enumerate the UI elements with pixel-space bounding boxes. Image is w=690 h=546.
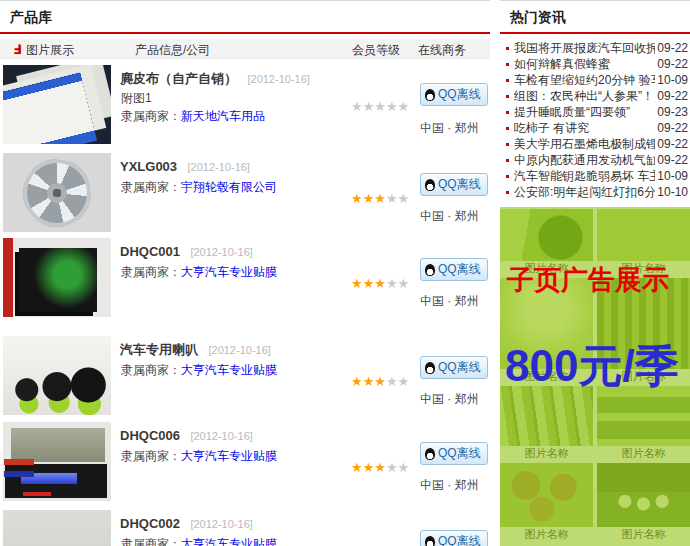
bullet-icon: [506, 143, 509, 146]
product-photo-partial[interactable]: [3, 510, 111, 546]
location-text: 中国 · 郑州: [420, 477, 479, 494]
location-text: 中国 · 郑州: [420, 208, 479, 225]
product-photo-car-film-box[interactable]: [3, 238, 111, 317]
product-date: [2012-10-16]: [208, 344, 270, 356]
product-name[interactable]: DHQC002: [120, 516, 180, 531]
ad-banner-zone[interactable]: 图片名称 图片名称 图片名称 图片名称 图片名称 图片名称 图片名称 图片名称 …: [500, 207, 690, 546]
product-row: DHQC006 [2012-10-16] 隶属商家：大亨汽车专业贴膜 ★★★★★…: [0, 416, 490, 504]
product-name[interactable]: DHQC006: [120, 428, 180, 443]
product-photo-suede-cloth[interactable]: [3, 65, 111, 144]
qq-penguin-icon: [425, 362, 435, 374]
vendor-label: 隶属商家：: [121, 449, 181, 463]
product-date: [2012-10-16]: [247, 73, 309, 85]
product-row: DHQC002 [2012-10-16] 隶属商家：大亨汽车专业贴膜 QQ离线: [0, 504, 490, 546]
column-header-business: 在线商务: [418, 42, 466, 59]
bullet-icon: [506, 63, 509, 66]
vendor-link[interactable]: 大亨汽车专业贴膜: [181, 449, 277, 463]
bullet-icon: [506, 191, 509, 194]
news-item[interactable]: 组图：农民种出“人参果”！09-22: [504, 88, 688, 104]
bullet-icon: [506, 79, 509, 82]
news-list: 我国将开展报废汽车回收拆解09-22 如何辩解真假蜂蜜09-22 车检有望缩短约…: [500, 34, 690, 200]
ad-placeholder-title: 子页广告展示: [507, 262, 669, 298]
product-photo-car-stereo[interactable]: [3, 422, 111, 501]
location-text: 中国 · 郑州: [420, 120, 479, 137]
product-name[interactable]: YXLG003: [120, 159, 177, 174]
news-title: 热门资讯: [500, 0, 690, 34]
qq-offline-button[interactable]: QQ离线: [420, 258, 488, 281]
news-item[interactable]: 提升睡眠质量“四要领”09-23: [504, 104, 688, 120]
qq-button-label: QQ离线: [438, 176, 481, 193]
qq-penguin-icon: [425, 264, 435, 276]
member-level-stars: ★★★★★: [351, 460, 409, 475]
member-level-stars: ★★★★★: [351, 374, 409, 389]
member-level-stars: ★★★★★: [351, 99, 409, 114]
product-library-panel: 产品库 Ⅎ 图片展示 产品信息/公司 会员等级 在线商务 麂皮布（自产自销） […: [0, 0, 490, 546]
product-date: [2012-10-16]: [190, 518, 252, 530]
page-title: 产品库: [0, 0, 490, 34]
qq-offline-button[interactable]: QQ离线: [420, 530, 488, 546]
product-date: [2012-10-16]: [190, 430, 252, 442]
column-header-level: 会员等级: [352, 42, 400, 59]
product-row: DHQC001 [2012-10-16] 隶属商家：大亨汽车专业贴膜 ★★★★★…: [0, 232, 490, 330]
bullet-icon: [506, 159, 509, 162]
product-row: 汽车专用喇叭 [2012-10-16] 隶属商家：大亨汽车专业贴膜 ★★★★★ …: [0, 330, 490, 416]
bullet-icon: [506, 127, 509, 130]
product-name[interactable]: 汽车专用喇叭: [120, 342, 198, 357]
qq-offline-button[interactable]: QQ离线: [420, 356, 488, 379]
column-header-info: 产品信息/公司: [135, 42, 210, 59]
bullet-icon: [506, 47, 509, 50]
bullet-icon: [506, 95, 509, 98]
vendor-link[interactable]: 大亨汽车专业贴膜: [181, 363, 277, 377]
product-name[interactable]: DHQC001: [120, 244, 180, 259]
vendor-label: 隶属商家：: [121, 265, 181, 279]
member-level-stars: ★★★★★: [351, 191, 409, 206]
vendor-label: 隶属商家：: [121, 180, 181, 194]
location-text: 中国 · 郑州: [420, 293, 479, 310]
news-item[interactable]: 我国将开展报废汽车回收拆解09-22: [504, 40, 688, 56]
sidebar: 热门资讯 我国将开展报废汽车回收拆解09-22 如何辩解真假蜂蜜09-22 车检…: [500, 0, 690, 546]
vendor-label: 隶属商家：: [121, 537, 181, 546]
qq-offline-button[interactable]: QQ离线: [420, 83, 488, 106]
vendor-link[interactable]: 大亨汽车专业贴膜: [181, 537, 277, 546]
qq-button-label: QQ离线: [438, 86, 481, 103]
qq-offline-button[interactable]: QQ离线: [420, 442, 488, 465]
vendor-link[interactable]: 新天地汽车用品: [181, 109, 265, 123]
location-text: 中国 · 郑州: [420, 391, 479, 408]
product-date: [2012-10-16]: [190, 246, 252, 258]
news-item[interactable]: 如何辩解真假蜂蜜09-22: [504, 56, 688, 72]
qq-button-label: QQ离线: [438, 359, 481, 376]
news-item[interactable]: 汽车智能钥匙脆弱易坏 车主需10-09: [504, 168, 688, 184]
product-date: [2012-10-16]: [188, 161, 250, 173]
product-photo-alloy-wheel[interactable]: [3, 153, 111, 232]
red-arrow-icon: Ⅎ: [13, 42, 22, 57]
qq-offline-button[interactable]: QQ离线: [420, 173, 488, 196]
bullet-icon: [506, 175, 509, 178]
product-photo-car-speakers[interactable]: [3, 336, 111, 415]
qq-penguin-icon: [425, 448, 435, 460]
news-item[interactable]: 车检有望缩短约20分钟 验车将10-09: [504, 72, 688, 88]
column-header-image: 图片展示: [26, 42, 74, 59]
news-item[interactable]: 美大学用石墨烯电极制成锂电09-22: [504, 136, 688, 152]
ad-price-text: 800元/季: [505, 337, 679, 396]
qq-button-label: QQ离线: [438, 445, 481, 462]
news-item[interactable]: 公安部:明年起闯红灯扣6分 挡10-10: [504, 184, 688, 200]
product-row: 麂皮布（自产自销） [2012-10-16] 附图1 隶属商家：新天地汽车用品 …: [0, 59, 490, 147]
vendor-link[interactable]: 大亨汽车专业贴膜: [181, 265, 277, 279]
product-row: YXLG003 [2012-10-16] 隶属商家：宇翔轮毂有限公司 ★★★★★…: [0, 147, 490, 232]
product-name[interactable]: 麂皮布（自产自销）: [120, 71, 237, 86]
vendor-link[interactable]: 宇翔轮毂有限公司: [181, 180, 277, 194]
member-level-stars: ★★★★★: [351, 276, 409, 291]
qq-penguin-icon: [425, 179, 435, 191]
qq-button-label: QQ离线: [438, 533, 481, 546]
bullet-icon: [506, 111, 509, 114]
vendor-label: 隶属商家：: [121, 109, 181, 123]
qq-penguin-icon: [425, 536, 435, 546]
product-table-header: Ⅎ 图片展示 产品信息/公司 会员等级 在线商务: [0, 39, 490, 59]
product-attachment-label[interactable]: 附图1: [121, 90, 152, 107]
news-item[interactable]: 中原内配获通用发动机气缸套09-22: [504, 152, 688, 168]
qq-penguin-icon: [425, 89, 435, 101]
vendor-label: 隶属商家：: [121, 363, 181, 377]
qq-button-label: QQ离线: [438, 261, 481, 278]
news-item[interactable]: 吃柿子 有讲究09-22: [504, 120, 688, 136]
